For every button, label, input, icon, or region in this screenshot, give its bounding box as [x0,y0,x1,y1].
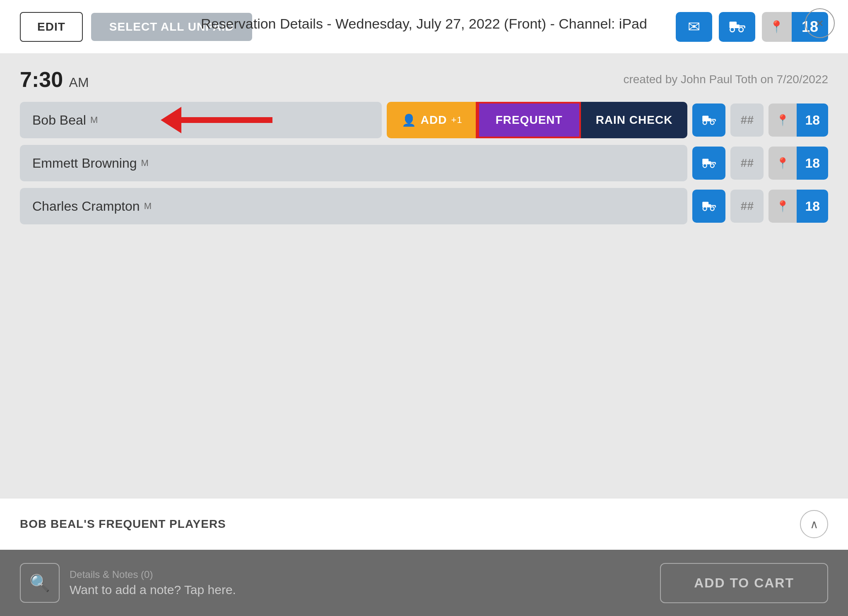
notes-icon: 🔍 [20,563,60,603]
page-wrapper: EDIT SELECT ALL UNPAID Reservation Detai… [0,0,848,616]
reservation-ampm: AM [69,75,89,90]
player-name-bob-beal[interactable]: Bob Beal M [20,102,382,138]
player-name-text: Charles Crampton [32,199,140,214]
player-name-charles-crampton[interactable]: Charles Crampton M [20,188,687,224]
player-name-text: Bob Beal [32,113,86,128]
player-hole-num-2: 18 [797,147,828,180]
document-search-icon: 🔍 [29,573,50,593]
player-hash-button-2[interactable]: ## [730,147,764,180]
notes-section[interactable]: 🔍 Details & Notes (0) Want to add a note… [20,563,236,603]
svg-point-9 [711,120,714,124]
frequent-players-section: BOB BEAL'S FREQUENT PLAYERS ∧ [0,498,848,550]
frequent-players-title: BOB BEAL'S FREQUENT PLAYERS [20,517,226,531]
golf-cart-icon-small [701,156,717,171]
player-pin-icon-2: 📍 [768,147,797,180]
add-player-button[interactable]: 👤 ADD +1 [387,102,477,138]
page-title: Reservation Details - Wednesday, July 27… [201,16,647,32]
svg-rect-19 [703,202,709,205]
close-button[interactable]: × [805,8,835,38]
mail-icon: ✉ [688,18,700,36]
notes-title: Details & Notes (0) [70,569,236,580]
frequent-button[interactable]: FREQUENT [477,102,581,138]
member-badge: M [144,201,152,212]
player-row: Emmett Browning M [20,145,828,181]
golf-cart-icon-small [701,113,717,128]
add-player-suffix: +1 [451,115,463,125]
main-content: 7:30 AM created by John Paul Toth on 7/2… [0,54,848,616]
player-pin-icon-1: 📍 [768,103,797,137]
notes-cta: Want to add a note? Tap here. [70,583,236,597]
player-cart-button-3[interactable] [692,190,725,223]
player-actions: 👤 ADD +1 FREQUENT RAIN CHECK [387,102,688,138]
reservation-section: 7:30 AM created by John Paul Toth on 7/2… [0,54,848,498]
reservation-created-by: created by John Paul Toth on 7/20/2022 [623,73,828,86]
svg-point-21 [711,207,714,210]
add-player-label: ADD [421,113,447,127]
player-name-emmett-browning[interactable]: Emmett Browning M [20,145,687,181]
reservation-time-row: 7:30 AM created by John Paul Toth on 7/2… [20,67,828,92]
player-row: Charles Crampton M [20,188,828,224]
bottom-bar: 🔍 Details & Notes (0) Want to add a note… [0,550,848,616]
player-row: Bob Beal M 👤 ADD +1 FREQUENT RAIN CHECK [20,102,828,138]
reservation-time: 7:30 AM [20,67,89,92]
player-hash-button-3[interactable]: ## [730,190,764,223]
mail-button[interactable]: ✉ [676,12,712,42]
collapse-frequent-players-button[interactable]: ∧ [800,510,828,538]
add-to-cart-button[interactable]: ADD TO CART [660,563,828,603]
player-hole-badge-2: 📍 18 [768,147,828,180]
header: EDIT SELECT ALL UNPAID Reservation Detai… [0,0,848,54]
svg-point-15 [711,164,714,167]
close-icon: × [816,16,824,30]
member-badge: M [90,115,98,125]
golf-cart-icon-small [701,199,717,214]
player-cart-button-1[interactable] [692,103,725,137]
notes-label-group: Details & Notes (0) Want to add a note? … [70,569,236,597]
svg-rect-13 [703,159,709,162]
player-row-controls: ## 📍 18 [692,103,828,137]
player-hole-num-3: 18 [797,190,828,223]
player-hole-badge-1: 📍 18 [768,103,828,137]
add-player-icon: 👤 [402,113,417,127]
player-hash-button-1[interactable]: ## [730,103,764,137]
player-row-controls: ## 📍 18 [692,147,828,180]
header-pin-icon: 📍 [762,12,792,42]
rain-check-button[interactable]: RAIN CHECK [581,102,688,138]
chevron-up-icon: ∧ [810,517,819,531]
edit-button[interactable]: EDIT [20,12,83,42]
player-cart-button-2[interactable] [692,147,725,180]
player-hole-badge-3: 📍 18 [768,190,828,223]
golf-cart-button[interactable] [719,12,755,42]
member-badge: M [141,158,149,168]
svg-rect-1 [729,22,737,25]
player-row-controls: ## 📍 18 [692,190,828,223]
player-hole-num-1: 18 [797,103,828,137]
svg-rect-7 [703,116,709,119]
golf-cart-icon [728,18,746,36]
svg-point-3 [739,27,743,32]
player-pin-icon-3: 📍 [768,190,797,223]
player-name-text: Emmett Browning [32,156,137,171]
